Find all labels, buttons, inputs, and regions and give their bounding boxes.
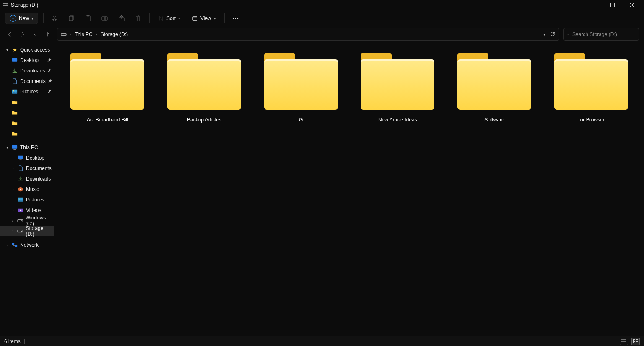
chevron-down-icon[interactable]: ▾ [543, 32, 545, 36]
search-box[interactable] [564, 28, 639, 41]
chevron-right-icon: › [5, 243, 9, 247]
sidebar-pc-item[interactable]: ›Storage (D:) [0, 226, 54, 236]
svg-rect-25 [19, 159, 21, 160]
chevron-right-icon: › [11, 229, 15, 233]
svg-point-16 [65, 34, 66, 35]
copy-button[interactable] [65, 13, 77, 24]
svg-rect-22 [12, 145, 17, 148]
sidebar-quick-item[interactable] [0, 107, 54, 118]
svg-point-1 [7, 4, 8, 5]
folder-item[interactable]: New Article Ideas [353, 49, 442, 127]
view-button[interactable]: View ▾ [189, 13, 219, 24]
search-input[interactable] [572, 31, 635, 37]
new-button[interactable]: + New ▾ [5, 13, 38, 24]
rename-button[interactable] [99, 13, 111, 24]
content-view[interactable]: Act Broadband BillBackup ArticlesGNew Ar… [55, 42, 644, 336]
sidebar-item-this-pc[interactable]: ▾ This PC [0, 142, 54, 152]
chevron-right-icon: › [11, 208, 15, 212]
navigation-pane[interactable]: ▾ ★ Quick access DesktopDownloadsDocumen… [0, 42, 55, 336]
sidebar-item-label: Pictures [26, 197, 44, 203]
sidebar-item-label: Pictures [20, 89, 38, 95]
pictures-icon [18, 197, 23, 203]
sort-button[interactable]: Sort ▾ [155, 13, 184, 24]
close-button[interactable] [622, 0, 641, 10]
large-icons-view-button[interactable] [631, 338, 640, 345]
sidebar-quick-item[interactable] [0, 97, 54, 107]
svg-rect-6 [86, 16, 90, 21]
recent-locations-button[interactable] [30, 29, 40, 39]
address-bar[interactable]: › This PC › Storage (D:) ▾ [57, 28, 559, 41]
folder-item[interactable]: G [256, 49, 345, 127]
paste-button[interactable] [82, 13, 94, 24]
forward-button[interactable] [18, 29, 28, 39]
separator [224, 13, 225, 23]
pictures-icon [12, 89, 18, 95]
music-icon [18, 186, 23, 192]
sidebar-quick-item[interactable]: Pictures [0, 86, 54, 97]
folder-item[interactable]: Tor Browser [546, 49, 636, 127]
breadcrumb-segment[interactable]: This PC [75, 31, 93, 37]
nav-buttons [5, 29, 53, 39]
sidebar-pc-item[interactable]: ›Downloads [0, 173, 54, 184]
back-button[interactable] [5, 29, 15, 39]
network-icon [12, 242, 18, 248]
folder-item[interactable]: Backup Articles [160, 49, 249, 127]
sidebar-pc-item[interactable]: ›Windows (C:) [0, 215, 54, 226]
sidebar-item-quick-access[interactable]: ▾ ★ Quick access [0, 44, 54, 55]
folder-item[interactable]: Act Broadband Bill [63, 49, 152, 127]
svg-rect-40 [636, 341, 638, 343]
svg-rect-35 [12, 243, 14, 244]
sidebar-item-network[interactable]: › Network [0, 240, 54, 250]
sidebar-quick-item[interactable] [0, 118, 54, 128]
sidebar-pc-item[interactable]: ›Videos [0, 205, 54, 215]
sidebar-quick-item[interactable]: Downloads [0, 65, 54, 76]
sidebar-item-label: This PC [20, 145, 38, 150]
sort-label: Sort [166, 15, 176, 21]
svg-point-21 [13, 90, 14, 91]
minimize-button[interactable] [584, 0, 603, 10]
sidebar-quick-item[interactable]: Desktop [0, 55, 54, 65]
delete-button[interactable] [132, 13, 144, 24]
separator [149, 13, 150, 23]
sidebar-item-label: Videos [26, 207, 41, 213]
status-item-count: 6 items [4, 338, 21, 344]
details-view-button[interactable] [620, 338, 628, 345]
sidebar-pc-item[interactable]: ›Music [0, 184, 54, 194]
breadcrumb-segment[interactable]: Storage (D:) [101, 31, 128, 37]
separator [43, 13, 44, 23]
refresh-button[interactable] [550, 31, 556, 38]
more-options-button[interactable] [230, 13, 242, 24]
sidebar-item-label: Windows (C:) [26, 215, 52, 227]
download-icon [12, 68, 18, 74]
folder-icon [554, 53, 628, 110]
pin-icon [47, 68, 52, 74]
folder-grid: Act Broadband BillBackup ArticlesGNew Ar… [63, 49, 636, 127]
content-split: ▾ ★ Quick access DesktopDownloadsDocumen… [0, 42, 644, 336]
svg-point-27 [20, 188, 21, 190]
svg-point-14 [237, 18, 238, 19]
pin-icon [47, 89, 52, 95]
view-icon [192, 15, 198, 21]
sidebar-item-label: Documents [26, 165, 52, 171]
cut-button[interactable] [49, 13, 60, 24]
sidebar-item-label: Documents [20, 78, 46, 84]
chevron-right-icon: › [11, 177, 15, 181]
sidebar-pc-item[interactable]: ›Desktop [0, 152, 54, 163]
folder-label: G [299, 116, 303, 123]
sidebar-pc-item[interactable]: ›Documents [0, 163, 54, 173]
folder-item[interactable]: Software [450, 49, 539, 127]
sidebar-quick-item[interactable]: Documents [0, 76, 54, 86]
svg-point-17 [568, 34, 569, 35]
share-button[interactable] [116, 13, 127, 24]
chevron-down-icon: ▾ [5, 145, 9, 150]
svg-rect-11 [193, 17, 197, 21]
svg-point-34 [21, 231, 22, 232]
svg-rect-23 [13, 149, 16, 149]
breadcrumb-label: Storage (D:) [101, 31, 128, 37]
maximize-button[interactable] [603, 0, 622, 10]
chevron-down-icon: ▾ [31, 16, 34, 21]
sidebar-quick-item[interactable] [0, 128, 54, 139]
sidebar-pc-item[interactable]: ›Pictures [0, 194, 54, 205]
up-button[interactable] [43, 29, 53, 39]
svg-rect-24 [18, 155, 23, 159]
